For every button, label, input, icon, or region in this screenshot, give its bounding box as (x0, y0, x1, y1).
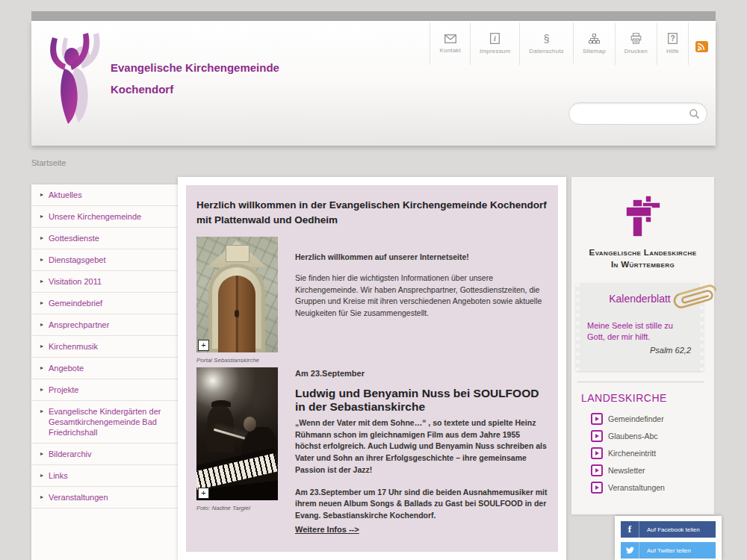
nav-label: Sitemap (583, 48, 606, 55)
welcome-article-image-column: + Portal Sebastianskirche (196, 237, 279, 364)
image-zoom-icon[interactable]: + (198, 340, 209, 351)
sidebar-item-dienstagsgebet[interactable]: ▸Dienstagsgebet (31, 249, 178, 271)
jazz-photo-caption: Foto: Nadine Targiel (196, 505, 279, 511)
nav-item-drucken[interactable]: Drucken (615, 22, 657, 65)
search-bar (568, 102, 707, 125)
printer-icon (630, 33, 642, 44)
triangle-bullet-icon: ▸ (40, 385, 43, 395)
rss-icon (695, 41, 708, 52)
site-header: Evangelische Kirchengemeinde Kochendorf … (31, 21, 716, 146)
link-veranstaltungen[interactable]: Veranstaltungen (591, 482, 714, 494)
landeskirche-links: Gemeindefinder Glaubens-Abc Kircheneintr… (591, 413, 714, 494)
landeskirche-cross-icon (626, 196, 660, 237)
paragraph-icon: § (544, 34, 550, 44)
sidebar-item-kirchenmusik[interactable]: ▸Kirchenmusik (31, 336, 178, 358)
play-arrow-icon (591, 413, 603, 425)
svg-text:?: ? (670, 34, 675, 43)
info-icon: i (490, 33, 500, 44)
link-kircheneintritt[interactable]: Kircheneintritt (591, 447, 714, 459)
sidebar-item-unsere-kirchengemeinde[interactable]: ▸Unsere Kirchengemeinde (31, 206, 178, 228)
search-input[interactable] (569, 105, 689, 122)
link-label: Newsletter (608, 466, 645, 475)
sidebar-item-label: Dienstagsgebet (49, 255, 105, 265)
sidebar-item-gemeindebrief[interactable]: ▸Gemeindebrief (31, 293, 178, 314)
link-gemeindefinder[interactable]: Gemeindefinder (591, 413, 714, 425)
top-gray-bar (31, 11, 716, 21)
welcome-article: + Portal Sebastianskirche Herzlich willk… (196, 237, 548, 364)
triangle-bullet-icon: ▸ (40, 406, 43, 438)
portal-sebastianskirche-photo[interactable]: + (196, 237, 278, 352)
sidebar-item-label: Gottesdienste (49, 233, 99, 243)
triangle-bullet-icon: ▸ (40, 190, 43, 200)
svg-text:i: i (494, 34, 496, 43)
nav-item-datenschutz[interactable]: § Datenschutz (519, 22, 573, 65)
main-content: Herzlich willkommen in der Evangelischen… (186, 185, 558, 552)
sidebar-item-veranstaltungen[interactable]: ▸Veranstaltungen (31, 487, 178, 508)
sidebar-item-gottesdienste[interactable]: ▸Gottesdienste (31, 228, 178, 249)
image-zoom-icon[interactable]: + (198, 488, 209, 499)
landeskirche-name-line1: Evangelische Landeskirche (571, 247, 714, 259)
nav-item-kontakt[interactable]: Kontakt (430, 22, 470, 65)
sitemap-icon (589, 34, 600, 44)
kalenderblatt-widget[interactable]: Kalenderblatt Meine Seele ist stille zu … (576, 283, 704, 371)
right-sidebar-divider (577, 382, 704, 382)
triangle-bullet-icon: ▸ (40, 470, 43, 481)
weitere-infos-link[interactable]: Weitere Infos --> (295, 523, 359, 536)
kalenderblatt-source: Psalm 62,2 (580, 343, 700, 355)
sidebar-item-ansprechpartner[interactable]: ▸Ansprechpartner (31, 314, 178, 336)
door-handle (235, 310, 239, 317)
play-arrow-icon (591, 447, 603, 459)
abstract-figure-logo-icon (40, 28, 109, 127)
site-title[interactable]: Evangelische Kirchengemeinde Kochendorf (111, 57, 279, 100)
nav-item-impressum[interactable]: i Impressum (470, 22, 519, 65)
link-newsletter[interactable]: Newsletter (591, 464, 714, 476)
portal-photo-caption: Portal Sebastianskirche (196, 357, 279, 364)
rss-button[interactable] (689, 22, 715, 65)
facebook-share-label: Auf Facebook teilen (639, 521, 716, 538)
pianist-head (244, 417, 256, 432)
landeskirche-logo[interactable]: Evangelische Landeskirche In Württemberg (571, 177, 714, 270)
landeskirche-links-heading: LANDESKIRCHE (581, 392, 714, 404)
sidebar-item-label: Veranstaltungen (49, 492, 108, 503)
welcome-bold-line: Herzlich willkommen auf unserer Internet… (295, 252, 548, 264)
jazz-concert-photo[interactable]: + (196, 367, 278, 500)
triangle-bullet-icon: ▸ (40, 298, 43, 308)
sidebar-item-kindergaerten[interactable]: ▸Evangelische Kindergärten der Gesamtkir… (31, 401, 178, 444)
event-paragraph-1: „Wenn der Vater mit dem Sohne…“ , so tex… (295, 417, 548, 476)
link-label: Glaubens-Abc (608, 432, 658, 441)
trombonist-silhouette (207, 405, 234, 452)
sidebar-item-label: Unsere Kirchengemeinde (49, 211, 141, 222)
sidebar-item-label: Visitation 2011 (49, 276, 102, 287)
facebook-share-button[interactable]: f Auf Facebook teilen (621, 521, 716, 538)
event-article: + Foto: Nadine Targiel Am 23.September L… (196, 367, 548, 535)
sidebar-item-angebote[interactable]: ▸Angebote (31, 358, 178, 379)
sidebar-item-label: Aktuelles (49, 190, 82, 200)
service-nav: Kontakt i Impressum § Datenschutz Sitema… (430, 22, 715, 65)
twitter-icon (621, 542, 639, 559)
breadcrumb[interactable]: Startseite (31, 158, 66, 167)
search-icon (689, 108, 700, 119)
nav-item-hilfe[interactable]: ? Hilfe (657, 22, 689, 65)
help-icon: ? (668, 33, 678, 44)
search-submit[interactable] (689, 108, 700, 119)
event-article-image-column: + Foto: Nadine Targiel (196, 367, 279, 535)
nav-label: Datenschutz (529, 48, 564, 55)
link-glaubens-abc[interactable]: Glaubens-Abc (591, 430, 714, 442)
sidebar-item-aktuelles[interactable]: ▸Aktuelles (31, 184, 178, 206)
sidebar-item-label: Projekte (49, 385, 78, 395)
sidebar-item-bilderarchiv[interactable]: ▸Bilderarchiv (31, 444, 178, 465)
event-heading: Ludwig und Benyamin Nuss bei SOULFOOD in… (295, 387, 548, 414)
event-date: Am 23.September (295, 367, 548, 380)
nav-item-sitemap[interactable]: Sitemap (573, 22, 615, 65)
triangle-bullet-icon: ▸ (40, 255, 43, 265)
sidebar-item-projekte[interactable]: ▸Projekte (31, 379, 178, 401)
sidebar-item-label: Ansprechpartner (49, 320, 109, 330)
sidebar-item-links[interactable]: ▸Links (31, 465, 178, 487)
church-logo[interactable] (40, 28, 109, 130)
sidebar-item-label: Kirchenmusik (49, 341, 98, 352)
twitter-share-button[interactable]: Auf Twitter teilen (621, 542, 716, 559)
sidebar-item-visitation-2011[interactable]: ▸Visitation 2011 (31, 271, 178, 293)
site-title-line2: Kochendorf (111, 78, 279, 100)
nav-label: Hilfe (666, 48, 679, 55)
site-title-line1: Evangelische Kirchengemeinde (111, 57, 279, 78)
